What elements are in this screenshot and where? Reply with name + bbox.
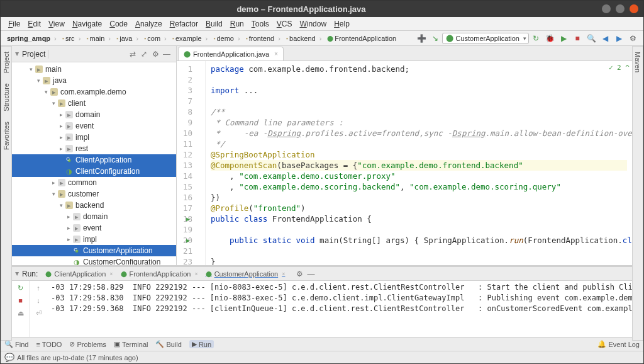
tree-node[interactable]: customer bbox=[12, 188, 176, 200]
run-gutter-icon[interactable]: ▶ bbox=[186, 213, 190, 224]
menu-vcs[interactable]: VCS bbox=[273, 20, 296, 28]
tool-build[interactable]: 🔨Build bbox=[155, 340, 181, 348]
tree-node[interactable]: impl bbox=[12, 234, 176, 245]
coverage-icon[interactable]: ▶ bbox=[558, 33, 569, 44]
menu-run[interactable]: Run bbox=[226, 20, 248, 28]
project-tool-window: Project ⇄ ⤢ ⚙ — mainjavacom.example.demo… bbox=[12, 46, 177, 265]
tree-node[interactable]: CustomerApplication bbox=[12, 245, 176, 256]
tree-node[interactable]: event bbox=[12, 120, 176, 132]
breadcrumb-item[interactable]: ▪ backend bbox=[284, 35, 325, 42]
stripe-tab-maven[interactable]: Maven bbox=[633, 47, 642, 77]
breadcrumb-bar: spring_amqp▪ src▪ main▪ java▪ com▪ examp… bbox=[1, 31, 643, 46]
run-gutter-icon[interactable]: ▶ bbox=[186, 235, 190, 246]
tool-problems[interactable]: ⊘Problems bbox=[69, 340, 106, 348]
exit-icon[interactable]: ⏏ bbox=[15, 307, 26, 319]
stripe-tab-favorites[interactable]: Favorites bbox=[2, 117, 11, 155]
run-config-dropdown[interactable]: ⬤ CustomerApplication bbox=[442, 33, 529, 44]
project-label[interactable]: Project bbox=[16, 50, 45, 59]
search-icon[interactable]: 🔍 bbox=[586, 33, 597, 44]
breadcrumb-item[interactable]: ▪ demo bbox=[211, 35, 243, 42]
run-tab[interactable]: ⬤FrontendApplication× bbox=[117, 268, 202, 280]
tree-node[interactable]: domain bbox=[12, 109, 176, 120]
menu-tools[interactable]: Tools bbox=[248, 20, 273, 28]
menu-refactor[interactable]: Refactor bbox=[166, 20, 202, 28]
editor-tab[interactable]: ⬤ FrontendApplication.java × bbox=[178, 47, 284, 60]
menu-navigate[interactable]: Navigate bbox=[69, 20, 106, 28]
rerun-icon[interactable]: ↻ bbox=[530, 33, 541, 44]
console-output[interactable]: -03 17:29:58.829 INFO 2292192 --- [nio-8… bbox=[47, 281, 632, 337]
breadcrumb-item[interactable]: ▪ com bbox=[142, 35, 170, 42]
find-icon: 🔍 bbox=[4, 340, 13, 348]
down-icon[interactable]: ↓ bbox=[33, 295, 44, 306]
tool-todo[interactable]: ≡TODO bbox=[36, 341, 62, 348]
back-icon[interactable]: ◀ bbox=[599, 33, 611, 44]
rerun-icon[interactable]: ↻ bbox=[15, 282, 26, 293]
add-config-icon[interactable]: ➕ bbox=[416, 33, 427, 44]
tree-node[interactable]: com.example.demo bbox=[12, 86, 176, 98]
menu-view[interactable]: View bbox=[45, 20, 69, 28]
breadcrumb-item[interactable]: ⬤ FrontendApplication bbox=[325, 35, 399, 42]
gear-icon[interactable]: ⚙ bbox=[150, 50, 161, 59]
run-tab[interactable]: ⬤CustomerApplication× bbox=[202, 268, 289, 280]
menu-code[interactable]: Code bbox=[106, 20, 131, 28]
stop-icon[interactable]: ■ bbox=[15, 295, 26, 306]
tree-node[interactable]: main bbox=[12, 64, 176, 75]
tree-node[interactable]: backend bbox=[12, 200, 176, 211]
run-tool-label[interactable]: Run: bbox=[16, 270, 38, 278]
stripe-tab-project[interactable]: Project bbox=[2, 47, 11, 78]
menu-build[interactable]: Build bbox=[202, 20, 226, 28]
build-hammer-icon[interactable]: ↘ bbox=[430, 33, 441, 44]
menu-window[interactable]: Window bbox=[296, 20, 330, 28]
close-tab-icon[interactable]: × bbox=[274, 50, 278, 57]
breadcrumb-item[interactable]: spring_amqp bbox=[4, 35, 60, 42]
run-tab[interactable]: ⬤ClientApplication× bbox=[42, 268, 116, 280]
breadcrumb-item[interactable]: ▪ frontend bbox=[243, 35, 284, 42]
tree-node[interactable]: ClientConfiguration bbox=[12, 166, 176, 177]
tree-node[interactable]: impl bbox=[12, 132, 176, 143]
select-opened-file-icon[interactable]: ⇄ bbox=[127, 50, 138, 59]
bottom-tool-tabs: 🔍Find≡TODO⊘Problems▣Terminal🔨Build▶Run🔔E… bbox=[1, 337, 643, 351]
project-tree[interactable]: mainjavacom.example.democlientdomaineven… bbox=[12, 62, 176, 265]
settings-icon[interactable]: ⚙ bbox=[627, 33, 638, 44]
tree-node[interactable]: java bbox=[12, 75, 176, 86]
hide-icon[interactable]: — bbox=[307, 270, 314, 278]
breadcrumb-item[interactable]: ▪ src bbox=[60, 35, 84, 42]
maximize-button[interactable] bbox=[616, 4, 625, 13]
minimize-button[interactable] bbox=[602, 4, 611, 13]
run-tool-window: Run: ⬤ClientApplication×⬤FrontendApplica… bbox=[12, 265, 632, 337]
inspection-widget[interactable]: ✓ 2 ^ bbox=[609, 64, 630, 72]
menu-edit[interactable]: Edit bbox=[24, 20, 45, 28]
status-bar: 💬 All files are up-to-date (17 minutes a… bbox=[1, 351, 643, 363]
tree-node[interactable]: event bbox=[12, 222, 176, 234]
hide-icon[interactable]: — bbox=[161, 50, 172, 59]
stripe-tab-structure[interactable]: Structure bbox=[2, 78, 11, 117]
breadcrumb-item[interactable]: ▪ main bbox=[84, 35, 114, 42]
close-button[interactable] bbox=[630, 4, 638, 13]
breadcrumb-item[interactable]: ▪ java bbox=[114, 35, 142, 42]
breadcrumb-item[interactable]: ▪ example bbox=[170, 35, 211, 42]
wrap-icon[interactable]: ⏎ bbox=[33, 307, 44, 319]
editor-source[interactable]: package com.example.demo.frontend.backen… bbox=[206, 61, 632, 265]
tool-find[interactable]: 🔍Find bbox=[4, 340, 28, 348]
debug-icon[interactable]: 🐞 bbox=[544, 33, 555, 44]
stop-icon[interactable]: ■ bbox=[572, 33, 583, 44]
menu-analyze[interactable]: Analyze bbox=[131, 20, 166, 28]
tree-node[interactable]: ClientApplication bbox=[12, 154, 176, 166]
tool-run[interactable]: ▶Run bbox=[189, 340, 214, 348]
window-titlebar: demo – FrontendApplication.java bbox=[1, 1, 643, 17]
menu-help[interactable]: Help bbox=[330, 20, 353, 28]
editor-gutter[interactable]: 123789101112131415161718▶1920▶2123 bbox=[177, 61, 206, 265]
event-log[interactable]: 🔔Event Log bbox=[597, 340, 640, 348]
run-icon: ⬤ bbox=[446, 34, 453, 42]
tool-terminal[interactable]: ▣Terminal bbox=[114, 340, 148, 348]
tree-node[interactable]: domain bbox=[12, 211, 176, 222]
tree-node[interactable]: CustomerConfiguration bbox=[12, 256, 176, 265]
tree-node[interactable]: rest bbox=[12, 143, 176, 154]
forward-icon[interactable]: ▶ bbox=[613, 33, 625, 44]
expand-all-icon[interactable]: ⤢ bbox=[138, 50, 150, 59]
menu-file[interactable]: File bbox=[4, 20, 24, 28]
gear-icon[interactable]: ⚙ bbox=[296, 270, 303, 278]
tree-node[interactable]: common bbox=[12, 177, 176, 188]
up-icon[interactable]: ↑ bbox=[33, 282, 44, 293]
tree-node[interactable]: client bbox=[12, 98, 176, 109]
